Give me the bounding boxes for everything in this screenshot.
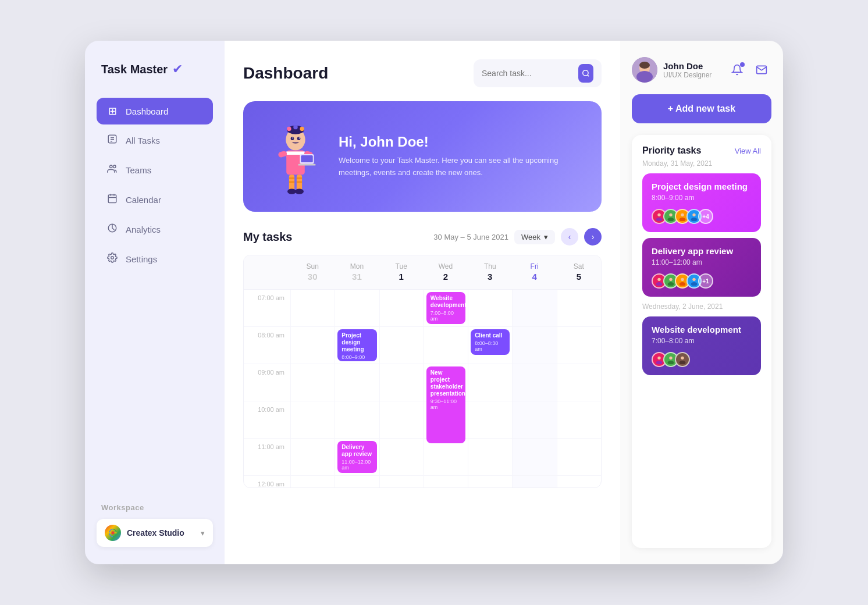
search-button[interactable] bbox=[578, 64, 593, 83]
user-header: John Doe UI/UX Designer bbox=[632, 57, 771, 83]
svg-point-4 bbox=[110, 165, 113, 168]
search-input[interactable] bbox=[482, 69, 574, 78]
svg-point-46 bbox=[656, 218, 663, 221]
priority-card-3-avatars bbox=[652, 352, 752, 367]
svg-point-13 bbox=[111, 531, 114, 534]
day-header-tue: Tue 1 bbox=[379, 255, 424, 289]
day-col-fri bbox=[512, 290, 556, 487]
hero-text: Hi, John Doe! Welcome to your Task Maste… bbox=[339, 134, 578, 179]
svg-point-51 bbox=[692, 213, 695, 216]
priority-card-3-time: 7:00–8:00 am bbox=[652, 337, 752, 345]
day-header-wed: Wed 2 bbox=[424, 255, 468, 289]
sidebar-item-settings[interactable]: Settings bbox=[97, 245, 213, 273]
sidebar-item-calendar[interactable]: Calendar bbox=[97, 186, 213, 213]
priority-date-1: Monday, 31 May, 2021 bbox=[642, 159, 761, 168]
app-name: Task Master bbox=[101, 63, 168, 76]
avatar bbox=[675, 352, 690, 367]
svg-point-24 bbox=[299, 137, 300, 138]
svg-point-20 bbox=[300, 127, 304, 131]
avatar-count: +1 bbox=[698, 273, 713, 289]
svg-point-5 bbox=[113, 165, 116, 168]
svg-point-45 bbox=[657, 213, 660, 216]
day-col-wed: Website development 7:00–8:00 am New pro… bbox=[424, 290, 468, 487]
sidebar-item-dashboard[interactable]: ⊞ Dashboard bbox=[97, 98, 213, 124]
day-header-mon: Mon 31 bbox=[335, 255, 379, 289]
svg-point-40 bbox=[295, 189, 304, 194]
tasks-title: My tasks bbox=[243, 230, 293, 244]
workspace-logo-icon bbox=[105, 525, 121, 541]
prev-week-button[interactable]: ‹ bbox=[561, 228, 578, 245]
task-delivery-review[interactable]: Delivery app review 11:00–12:00 am bbox=[337, 441, 376, 473]
priority-card-2-time: 11:00–12:00 am bbox=[652, 258, 752, 266]
day-col-sun bbox=[290, 290, 335, 487]
workspace-selector[interactable]: Createx Studio ▾ bbox=[97, 519, 213, 547]
sidebar-item-analytics[interactable]: Analytics bbox=[97, 216, 213, 243]
task-client-call[interactable]: Client call 8:00–8:30 am bbox=[471, 329, 510, 355]
calendar-body: 07:00 am 08:00 am 09:00 am 10:00 am 11:0… bbox=[244, 290, 601, 487]
date-range: 30 May – 5 June 2021 bbox=[433, 233, 508, 241]
view-all-link[interactable]: View All bbox=[735, 147, 761, 155]
logo-checkmark-icon: ✔ bbox=[172, 62, 183, 77]
priority-card-1-time: 8:00–9:00 am bbox=[652, 194, 752, 202]
priority-card-1[interactable]: Project design meeting 8:00–9:00 am bbox=[642, 173, 761, 232]
day-header-sun: Sun 30 bbox=[290, 255, 335, 289]
workspace-label: Workspace bbox=[97, 503, 213, 512]
svg-point-53 bbox=[657, 278, 660, 281]
add-task-button[interactable]: + Add new task bbox=[632, 94, 771, 123]
chevron-week-icon: ▾ bbox=[544, 233, 548, 241]
svg-point-21 bbox=[291, 137, 294, 140]
priority-card-2-avatars: +1 bbox=[652, 273, 752, 289]
time-slot-9am: 09:00 am bbox=[244, 364, 290, 401]
priority-section: Priority tasks View All Monday, 31 May, … bbox=[632, 135, 771, 548]
sidebar-item-analytics-label: Analytics bbox=[126, 225, 161, 234]
sidebar-item-teams-label: Teams bbox=[126, 165, 151, 175]
svg-rect-6 bbox=[108, 195, 116, 203]
main-panel: Dashboard bbox=[225, 41, 620, 564]
week-selector[interactable]: Week ▾ bbox=[514, 230, 555, 244]
svg-point-64 bbox=[668, 361, 674, 364]
svg-rect-38 bbox=[297, 182, 302, 183]
svg-point-43 bbox=[639, 62, 650, 69]
notifications-button[interactable] bbox=[727, 60, 747, 80]
task-project-design[interactable]: Project design meeting 8:00–9:00 am bbox=[337, 329, 376, 361]
next-week-button[interactable]: › bbox=[584, 228, 602, 245]
svg-point-39 bbox=[287, 189, 296, 194]
sidebar-item-all-tasks-label: All Tasks bbox=[126, 136, 160, 145]
svg-line-15 bbox=[588, 75, 589, 77]
hero-banner: Hi, John Doe! Welcome to your Task Maste… bbox=[243, 101, 602, 212]
user-info: John Doe UI/UX Designer bbox=[632, 57, 712, 83]
calendar-grid: Sun 30 Mon 31 Tue 1 Wed 2 Thu 3 bbox=[243, 255, 602, 488]
day-header-sat: Sat 5 bbox=[557, 255, 601, 289]
sidebar-item-teams[interactable]: Teams bbox=[97, 156, 213, 184]
priority-card-3[interactable]: Website development 7:00–8:00 am bbox=[642, 316, 761, 375]
day-col-tue bbox=[379, 290, 424, 487]
day-col-sat bbox=[557, 290, 601, 487]
user-name: John Doe bbox=[663, 61, 712, 71]
sidebar-item-dashboard-label: Dashboard bbox=[126, 106, 168, 116]
chevron-down-icon: ▾ bbox=[201, 529, 205, 538]
calendar-icon bbox=[106, 193, 119, 207]
sidebar: Task Master ✔ ⊞ Dashboard All Tasks Team… bbox=[85, 41, 225, 564]
svg-point-65 bbox=[681, 357, 684, 360]
svg-point-48 bbox=[668, 218, 674, 221]
svg-point-55 bbox=[669, 278, 672, 281]
svg-rect-28 bbox=[278, 151, 287, 158]
task-stakeholder[interactable]: New project stakeholder presentation 9:3… bbox=[426, 366, 465, 443]
day-col-mon: Project design meeting 8:00–9:00 am Deli… bbox=[335, 290, 379, 487]
svg-point-19 bbox=[293, 125, 297, 129]
avatar-count: +4 bbox=[698, 209, 713, 224]
page-title: Dashboard bbox=[243, 64, 328, 83]
sidebar-item-all-tasks[interactable]: All Tasks bbox=[97, 127, 213, 154]
time-slot-10am: 10:00 am bbox=[244, 401, 290, 439]
messages-button[interactable] bbox=[752, 60, 771, 80]
sidebar-logo: Task Master ✔ bbox=[97, 62, 213, 77]
svg-point-62 bbox=[656, 361, 663, 364]
priority-card-1-title: Project design meeting bbox=[652, 182, 752, 191]
priority-card-2[interactable]: Delivery app review 11:00–12:00 am bbox=[642, 238, 761, 297]
task-website-dev[interactable]: Website development 7:00–8:00 am bbox=[426, 292, 465, 324]
day-header-fri: Fri 4 bbox=[512, 255, 556, 289]
svg-point-23 bbox=[292, 137, 293, 138]
tasks-icon bbox=[106, 134, 119, 147]
priority-title: Priority tasks bbox=[642, 145, 701, 156]
svg-point-49 bbox=[681, 213, 684, 216]
